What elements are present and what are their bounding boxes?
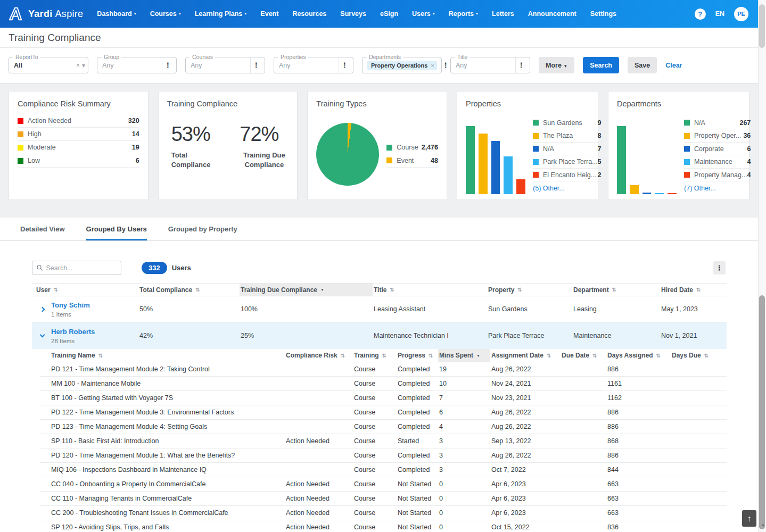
progress-cell: Completed (397, 380, 438, 387)
legend-label: Property Oper... (694, 132, 743, 139)
user-link[interactable]: Tony Schim (51, 301, 90, 309)
table-options-kebab-icon[interactable]: ⋮ (713, 261, 726, 275)
expand-chevron-icon[interactable] (40, 307, 51, 311)
nav-item-event[interactable]: Event (260, 10, 278, 18)
filter-field-departments[interactable]: DepartmentsProperty Operations×⋮ (362, 57, 442, 73)
scroll-to-top-button[interactable]: ↑ (742, 510, 756, 527)
scrollbar-down-arrow-icon[interactable]: ▼ (761, 523, 765, 527)
properties-legend: Sun Gardens9The Plaza8N/A7Park Place Ter… (533, 117, 602, 193)
column-header-title[interactable]: Title⇅ (373, 284, 487, 296)
nav-menu: Dashboard▾Courses▾Learning Plans▾EventRe… (97, 10, 694, 18)
avatar[interactable]: PE (734, 7, 748, 21)
filter-field-reportto[interactable]: ReportToAll×▾ (9, 57, 88, 73)
column-header-due-date[interactable]: Due Date⇅ (561, 349, 606, 362)
legend-value: 5 (598, 158, 602, 165)
mins-spent-cell: 0 (438, 523, 490, 531)
kebab-icon[interactable]: ⋮ (162, 57, 174, 73)
kebab-icon[interactable]: ⋮ (440, 57, 451, 73)
scrollbar-track[interactable]: ▼ (758, 0, 766, 532)
scrollbar-thumb[interactable] (759, 295, 765, 529)
view-tabs: Detailed ViewGrouped By UsersGrouped by … (0, 218, 758, 240)
nav-item-surveys[interactable]: Surveys (340, 10, 366, 18)
column-header-property[interactable]: Property⇅ (487, 284, 572, 296)
bar-n-a (491, 141, 500, 194)
legend-row-n-a: N/A7 (533, 143, 602, 156)
chip-remove-icon[interactable]: × (431, 62, 434, 69)
legend-label: Maintenance (694, 158, 747, 165)
properties-other-link[interactable]: (5) Other... (533, 185, 602, 192)
training-row: CC 040 - Onboarding a Property In Commer… (40, 477, 727, 492)
filter-chip[interactable]: Property Operations× (367, 61, 437, 70)
search-button[interactable]: Search (583, 57, 619, 73)
training-row: PD 123 - Time Management Module 4: Setti… (40, 420, 727, 434)
nav-item-announcement[interactable]: Announcement (528, 10, 576, 18)
language-selector[interactable]: EN (715, 10, 724, 18)
nav-item-letters[interactable]: Letters (492, 10, 514, 18)
bar-corporate (643, 193, 652, 194)
scrollbar-thumb-top[interactable] (759, 4, 765, 48)
kebab-icon[interactable]: ⋮ (250, 57, 262, 73)
search-input[interactable] (46, 264, 117, 272)
risk-row-low: Low6 (18, 154, 139, 168)
training-row: SP 110 - Basic First Aid: IntroductionAc… (40, 434, 727, 448)
help-icon[interactable]: ? (695, 9, 706, 20)
card-title: Compliance Risk Summary (18, 99, 139, 108)
field-label: Group (102, 54, 121, 60)
nav-item-esign[interactable]: eSign (380, 10, 398, 18)
nav-item-resources[interactable]: Resources (292, 10, 326, 18)
sort-icon: ⇅ (382, 353, 386, 359)
days-assigned-cell: 886 (606, 423, 671, 430)
nav-item-users[interactable]: Users▾ (412, 10, 435, 18)
column-header-training-name[interactable]: Training Name⇅ (40, 349, 285, 362)
column-header-department[interactable]: Department⇅ (572, 284, 660, 296)
column-header-user[interactable]: User⇅ (32, 284, 138, 296)
column-label: Total Compliance (139, 286, 192, 294)
clear-icon[interactable]: × (76, 62, 80, 69)
column-header-training-due-compliance[interactable]: Training Due Compliance▼ (240, 284, 373, 296)
filter-field-title[interactable]: TitleAny⋮ (450, 57, 530, 73)
more-filters-button[interactable]: More ▼ (539, 57, 574, 73)
column-header-progress[interactable]: Progress⇅ (397, 349, 438, 362)
column-header-hired-date[interactable]: Hired Date⇅ (660, 284, 727, 296)
save-button[interactable]: Save (628, 57, 657, 73)
legend-value: 4 (747, 158, 751, 165)
column-label: Training (354, 352, 379, 359)
sort-icon: ⇅ (429, 353, 433, 359)
nav-item-learning-plans[interactable]: Learning Plans▾ (195, 10, 247, 18)
caret-down-icon[interactable]: ▾ (82, 62, 85, 69)
filter-field-courses[interactable]: CoursesAny⋮ (185, 57, 265, 73)
nav-item-reports[interactable]: Reports▾ (449, 10, 478, 18)
filter-field-properties[interactable]: PropertiesAny⋮ (274, 57, 353, 73)
table-search[interactable] (32, 261, 121, 275)
nav-item-courses[interactable]: Courses▾ (150, 10, 181, 18)
training-row: MIQ 106 - Inspections Dashboard in Maint… (40, 463, 727, 477)
filter-field-group[interactable]: GroupAny⋮ (97, 57, 177, 73)
departments-other-link[interactable]: (7) Other... (684, 185, 751, 192)
clear-button[interactable]: Clear (665, 62, 682, 69)
stat-training-due-compliance: 72% Training Due Compliance (240, 123, 289, 169)
kebab-icon[interactable]: ⋮ (339, 57, 350, 73)
column-label: Department (573, 286, 609, 294)
tab-detailed-view[interactable]: Detailed View (20, 225, 65, 240)
days-assigned-cell: 663 (606, 509, 671, 517)
bar-property-oper (630, 185, 639, 194)
column-label: Hired Date (661, 286, 693, 294)
column-header-training[interactable]: Training⇅ (353, 349, 397, 362)
column-header-days-due[interactable]: Days Due⇅ (671, 349, 727, 362)
collapse-chevron-icon[interactable] (40, 335, 51, 337)
column-header-total-compliance[interactable]: Total Compliance⇅ (138, 284, 240, 296)
nav-item-dashboard[interactable]: Dashboard▾ (97, 10, 136, 18)
nav-item-settings[interactable]: Settings (590, 10, 616, 18)
brand[interactable]: YardiAspire (7, 6, 83, 22)
kebab-icon[interactable]: ⋮ (515, 57, 527, 73)
user-link[interactable]: Herb Roberts (51, 328, 95, 336)
column-header-compliance-risk[interactable]: Compliance Risk⇅ (285, 349, 353, 362)
tab-grouped-by-users[interactable]: Grouped By Users (86, 225, 147, 240)
column-header-mins-spent[interactable]: Mins Spent▼ (438, 349, 490, 362)
column-header-days-assigned[interactable]: Days Assigned⇅ (606, 349, 671, 362)
tab-grouped-by-property[interactable]: Grouped by Property (168, 225, 237, 240)
total-compliance-cell: 42% (138, 332, 240, 339)
column-header-assignment-date[interactable]: Assignment Date⇅ (490, 349, 561, 362)
training-name-cell: SP 110 - Basic First Aid: Introduction (40, 437, 285, 445)
days-assigned-cell: 886 (606, 452, 671, 459)
